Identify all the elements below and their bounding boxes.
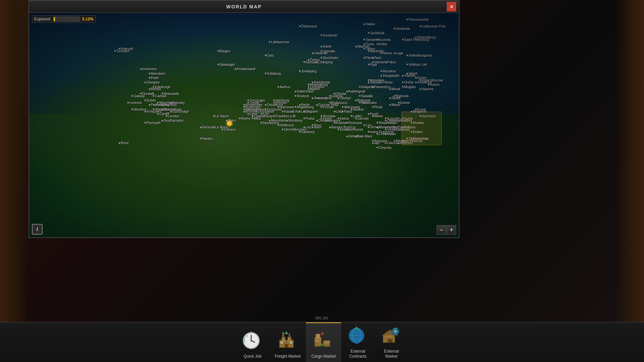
freight-market-icon-container [277,331,299,353]
freight-market-icon [277,331,296,350]
svg-marker-16 [284,331,288,334]
nav-item-cargo-market[interactable]: Cargo Market [306,322,341,362]
location-icon [227,121,232,126]
nav-item-external-market[interactable]: External Market [375,322,408,362]
svg-point-11 [282,332,284,334]
svg-rect-14 [280,342,283,343]
quick-job-icon-container [242,331,263,353]
quick-job-label: Quick Job [244,354,261,359]
cargo-market-label: Cargo Market [311,354,336,359]
svg-point-4 [250,340,252,341]
map-window: WORLD MAP ✕ PetrozavodskVaasaÖstersundJy… [29,0,460,238]
svg-marker-31 [355,326,359,329]
map-title: WORLD MAP [226,4,262,9]
nav-item-freight-market[interactable]: Freight Market [269,322,306,362]
svg-rect-13 [284,344,288,348]
truck-interior-left [0,0,29,362]
zoom-out-button[interactable]: − [437,225,446,235]
svg-point-12 [288,333,290,335]
svg-rect-21 [323,341,330,344]
svg-rect-18 [315,338,321,342]
freight-market-label: Freight Market [275,354,301,359]
cargo-market-icon-container [313,331,334,353]
cargo-market-icon [313,331,332,350]
explored-fill [54,17,55,21]
map-background: PetrozavodskVaasaÖstersundJyväskyläSorta… [29,13,459,237]
svg-marker-24 [320,331,324,335]
region-highlight [401,112,442,145]
svg-rect-17 [315,342,321,346]
current-location-marker [227,121,232,126]
close-button[interactable]: ✕ [447,2,456,11]
external-market-icon-container [381,326,402,348]
map-title-bar: WORLD MAP ✕ [29,1,459,13]
external-market-icon [381,326,399,345]
svg-rect-19 [316,334,320,338]
external-contracts-icon-container [347,326,369,348]
map-content[interactable]: PetrozavodskVaasaÖstersundJyväskyläSorta… [29,13,459,237]
speed-display: WS 241 [315,316,328,320]
svg-rect-35 [388,339,392,343]
nav-item-external-contracts[interactable]: External Contracts [341,322,375,362]
svg-rect-9 [282,334,284,338]
zoom-in-button[interactable]: + [447,225,456,235]
quick-job-icon [242,331,261,350]
bottom-nav: Quick Job [0,322,644,362]
external-contracts-label: External Contracts [349,349,366,359]
explored-badge: Explored: 5.12% [32,15,96,23]
external-contracts-icon [347,326,366,345]
land-area [29,13,459,237]
svg-rect-10 [289,335,290,338]
nav-item-quick-job[interactable]: Quick Job [236,322,269,362]
explored-label: Explored: [34,17,51,21]
svg-point-39 [394,330,396,333]
explored-percentage: 5.12% [82,17,94,21]
svg-rect-20 [323,344,330,346]
svg-rect-15 [290,342,292,343]
zoom-controls: − + [437,225,456,235]
external-market-label: External Market [384,349,399,359]
explored-bar [53,17,80,21]
info-button[interactable]: i [32,224,43,235]
truck-interior-right [615,0,644,362]
